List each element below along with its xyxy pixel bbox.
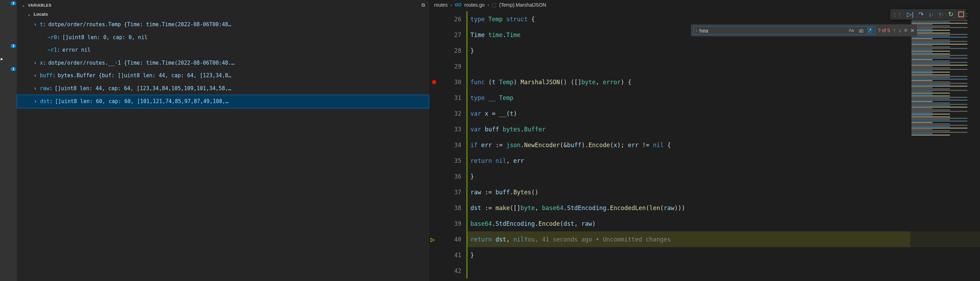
gutter-line[interactable]: 38: [429, 200, 468, 216]
match-case-button[interactable]: Aa: [848, 27, 856, 33]
minimap[interactable]: [910, 10, 980, 281]
variable-row[interactable]: ›x:dotpe/order/routes.__·1 {Time: time.T…: [17, 57, 429, 70]
drag-handle-icon[interactable]: ⋮⋮: [892, 11, 902, 17]
line-number: 36: [454, 173, 461, 180]
variables-section-header[interactable]: ⌄ Variables ⧉: [17, 0, 429, 10]
code-line[interactable]: [468, 58, 980, 74]
variables-title: Variables: [28, 3, 51, 7]
regex-button[interactable]: .*: [867, 27, 873, 33]
line-number: 38: [454, 205, 461, 211]
gutter-line[interactable]: 34: [429, 137, 468, 153]
variable-row[interactable]: ›raw:[]uint8 len: 44, cap: 64, [123,34,8…: [17, 82, 429, 95]
code-line[interactable]: }: [468, 247, 980, 263]
code-line[interactable]: dst := make([]byte, base64.StdEncoding.E…: [468, 200, 980, 216]
restart-button[interactable]: ↻: [948, 11, 953, 18]
gutter-line[interactable]: 26: [429, 11, 468, 27]
line-number: 30: [454, 79, 461, 86]
find-next-button[interactable]: ↓: [899, 27, 901, 33]
gutter-line[interactable]: 33: [429, 121, 468, 137]
locals-title: Locals: [33, 11, 48, 17]
step-into-button[interactable]: ↓·: [929, 11, 934, 18]
line-number: 33: [454, 126, 461, 133]
gutter-line[interactable]: 36: [429, 168, 468, 184]
debug-indicator-icon: ▸: [1, 56, 3, 62]
gutter-line[interactable]: 35: [429, 153, 468, 168]
code-line[interactable]: [468, 263, 980, 279]
current-line-icon: ▷: [431, 235, 435, 244]
activity-badge: 3: [11, 44, 16, 48]
step-out-button[interactable]: ↑·: [939, 11, 943, 18]
line-number: 26: [454, 16, 461, 23]
code-line[interactable]: return nil, err: [468, 153, 980, 168]
variable-row[interactable]: ›buff:bytes.Buffer {buf: []uint8 len: 44…: [17, 69, 429, 82]
activity-badge: 1: [11, 67, 16, 71]
code-line[interactable]: raw := buff.Bytes(): [468, 184, 980, 200]
variable-row[interactable]: ~r0:[]uint8 len: 0, cap: 0, nil: [17, 31, 429, 44]
chevron-down-icon: ⌄: [21, 3, 26, 8]
locals-header[interactable]: ⌄ Locals: [17, 10, 429, 18]
breadcrumb-file[interactable]: routes.go: [464, 2, 484, 8]
line-number: 32: [454, 110, 461, 117]
collapse-all-icon[interactable]: ⧉: [422, 2, 425, 8]
gutter-line[interactable]: 28: [429, 43, 468, 58]
variable-row[interactable]: ›t:dotpe/order/routes.Temp {Time: time.T…: [17, 18, 429, 31]
code-line[interactable]: return dst, nil You, 41 seconds ago • Un…: [468, 231, 980, 247]
method-icon: ⬚: [492, 2, 496, 8]
code-line[interactable]: }: [468, 43, 980, 58]
gutter-line[interactable]: ▷40: [429, 231, 468, 247]
code-line[interactable]: var buff bytes.Buffer: [468, 121, 980, 137]
debug-sidebar: ⌄ Variables ⧉ ⌄ Locals ›t:dotpe/order/ro…: [17, 0, 429, 281]
stop-button[interactable]: [958, 11, 964, 17]
line-number: 40: [454, 236, 461, 243]
code-content[interactable]: type Temp struct { Time time.Time}func (…: [468, 10, 980, 281]
find-selection-button[interactable]: ≡: [904, 27, 907, 33]
debug-toolbar[interactable]: ⋮⋮ ▷| ↷ ↓· ↑· ↻: [890, 9, 966, 19]
line-number: 35: [454, 157, 461, 164]
gutter-line[interactable]: 37: [429, 184, 468, 200]
line-number: 41: [454, 252, 461, 259]
find-input[interactable]: › hea Aa ab .*: [694, 26, 875, 35]
code-line[interactable]: if err := json.NewEncoder(&buff).Encode(…: [468, 137, 980, 153]
gutter-line[interactable]: 32: [429, 106, 468, 121]
gutter-line[interactable]: 29: [429, 58, 468, 74]
breadcrumb-folder[interactable]: routes: [434, 2, 448, 8]
code-line[interactable]: func (t Temp) MarshalJSON() ([]byte, err…: [468, 74, 980, 90]
variables-list: ›t:dotpe/order/routes.Temp {Time: time.T…: [17, 18, 429, 108]
line-number: 27: [454, 32, 461, 38]
gutter-line[interactable]: 39: [429, 216, 468, 231]
gutter-line[interactable]: 30: [429, 74, 468, 90]
variable-row[interactable]: ›dst:[]uint8 len: 60, cap: 60, [101,121,…: [17, 95, 429, 108]
find-prev-button[interactable]: ↑: [893, 27, 896, 33]
variable-row[interactable]: ~r1:error nil: [17, 44, 429, 57]
activity-bar: 3 3 ▸ 1: [0, 0, 17, 281]
gutter-line[interactable]: 31: [429, 90, 468, 106]
code-line[interactable]: base64.StdEncoding.Encode(dst, raw): [468, 216, 980, 231]
editor-area: routes › GO routes.go › ⬚ (Temp).Marshal…: [429, 0, 980, 281]
code-line[interactable]: type __ Temp: [468, 90, 980, 106]
line-gutter[interactable]: 2627282930313233343536373839▷404142: [429, 10, 468, 281]
match-whole-word-button[interactable]: ab: [858, 27, 865, 33]
step-over-button[interactable]: ↷: [918, 11, 924, 18]
activity-badge: 3: [11, 2, 16, 5]
breadcrumb-symbol[interactable]: (Temp).MarshalJSON: [499, 2, 546, 8]
go-file-icon: GO: [455, 2, 462, 7]
breadcrumb[interactable]: routes › GO routes.go › ⬚ (Temp).Marshal…: [429, 0, 980, 10]
continue-button[interactable]: ▷|: [907, 11, 913, 18]
chevron-down-icon: ⌄: [27, 12, 32, 17]
find-text[interactable]: hea: [699, 28, 845, 33]
gutter-line[interactable]: 27: [429, 27, 468, 43]
code-area: 2627282930313233343536373839▷404142 type…: [429, 10, 980, 281]
line-number: 39: [454, 220, 461, 227]
line-number: 31: [454, 94, 461, 102]
gutter-line[interactable]: 41: [429, 247, 468, 263]
gutter-line[interactable]: 42: [429, 263, 468, 279]
code-lens: You, 41 seconds ago • Uncommitted change…: [524, 236, 671, 243]
code-line[interactable]: }: [468, 168, 980, 184]
chevron-right-icon: ›: [450, 2, 452, 8]
breakpoint-icon[interactable]: [432, 80, 436, 84]
chevron-right-icon: ›: [488, 2, 489, 8]
find-widget[interactable]: › hea Aa ab .* ? of 5 ↑ ↓ ≡ ✕: [691, 24, 917, 37]
line-number: 29: [454, 63, 461, 70]
code-line[interactable]: var x = __(t): [468, 106, 980, 121]
find-close-button[interactable]: ✕: [910, 27, 915, 34]
